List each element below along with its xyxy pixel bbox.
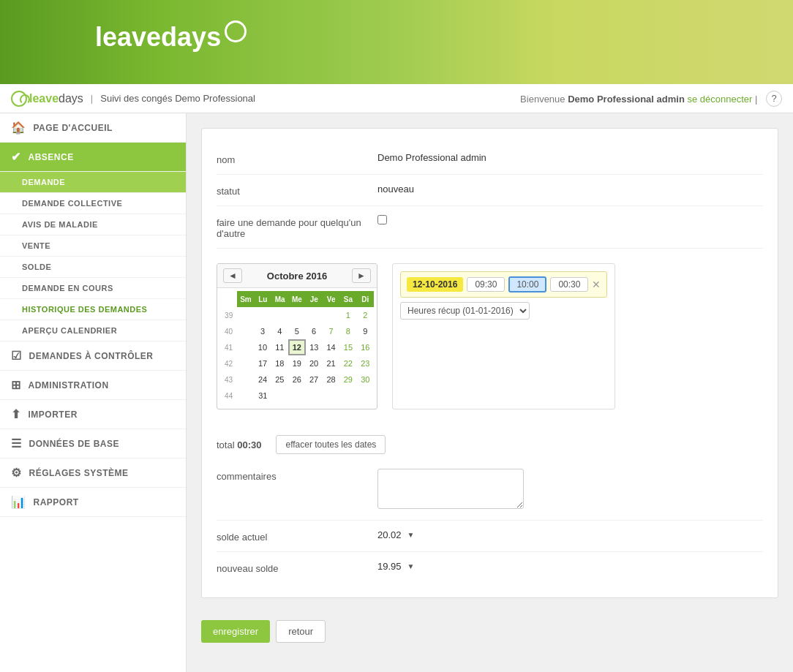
sidebar-item-importer[interactable]: ⬆ IMPORTER — [0, 400, 186, 429]
sidebar-label-absence: ABSENCE — [29, 152, 74, 162]
statut-value: nouveau — [377, 184, 763, 195]
cal-empty — [288, 307, 305, 323]
cal-day-25[interactable]: 25 — [271, 371, 288, 388]
cal-day-15[interactable]: 15 — [339, 339, 356, 355]
grid-icon: ⊞ — [11, 378, 21, 392]
logout-link[interactable]: se déconnecter — [687, 93, 752, 104]
cal-day-2[interactable]: 2 — [356, 307, 374, 323]
sidebar-item-reglages[interactable]: ⚙ RÉGLAGES SYSTÈME — [0, 458, 186, 488]
cal-day-19[interactable]: 19 — [288, 355, 305, 371]
commentaires-value — [377, 469, 763, 511]
cal-day-13[interactable]: 13 — [306, 339, 323, 355]
cal-day-23[interactable]: 23 — [357, 355, 374, 371]
day-header-lu: Lu — [255, 291, 271, 307]
week-40: 40 — [220, 323, 237, 339]
sidebar-label-importer: IMPORTER — [29, 409, 78, 420]
sidebar-item-donnees[interactable]: ☰ DONNÉES DE BASE — [0, 429, 186, 458]
cal-day-16[interactable]: 16 — [357, 339, 374, 355]
cal-day-5[interactable]: 5 — [288, 323, 305, 339]
sidebar-item-administration[interactable]: ⊞ ADMINISTRATION — [0, 371, 186, 400]
logo-normal: leave — [95, 22, 161, 52]
calendar-row-43: 43 24 25 26 27 28 29 30 — [220, 371, 374, 388]
commentaires-textarea[interactable] — [377, 469, 524, 509]
cal-day-12[interactable]: 12 — [288, 339, 306, 355]
cal-day-14[interactable]: 14 — [323, 339, 339, 355]
week-42: 42 — [220, 355, 237, 371]
cal-day-27[interactable]: 27 — [305, 371, 322, 388]
sidebar-item-demande[interactable]: DEMANDE — [0, 172, 186, 193]
solde-actuel-label: solde actuel — [217, 529, 377, 543]
cal-day-20[interactable]: 20 — [305, 355, 322, 371]
clear-dates-button[interactable]: effacer toutes les dates — [276, 435, 386, 454]
calendar-header: ◄ Octobre 2016 ► — [217, 264, 377, 288]
calendar-next-button[interactable]: ► — [352, 268, 371, 283]
calendar-prev-button[interactable]: ◄ — [223, 268, 242, 283]
calendar-row-39: 39 1 2 — [220, 307, 374, 323]
cal-day-11[interactable]: 11 — [271, 339, 288, 355]
sidebar-item-demande-collective[interactable]: DEMANDE COLLECTIVE — [0, 193, 186, 214]
sidebar-item-avis-maladie[interactable]: AVIS DE MALADIE — [0, 214, 186, 235]
cal-empty — [237, 323, 254, 339]
home-icon: 🏠 — [11, 121, 26, 135]
cal-day-1[interactable]: 1 — [339, 307, 357, 323]
cal-day-18[interactable]: 18 — [271, 355, 288, 371]
week-39: 39 — [220, 307, 237, 323]
sidebar-item-demande-en-cours[interactable]: DEMANDE EN COURS — [0, 278, 186, 299]
sidebar-item-controle[interactable]: ☑ DEMANDES À CONTRÔLER — [0, 341, 186, 371]
sidebar-item-historique[interactable]: HISTORIQUE DES DEMANDES — [0, 299, 186, 320]
total-label-text: total — [217, 439, 235, 450]
form-card: nom Demo Professional admin statut nouve… — [201, 128, 778, 598]
sidebar-item-solde[interactable]: SOLDE — [0, 257, 186, 278]
cal-empty — [339, 388, 356, 404]
cal-day-29[interactable]: 29 — [339, 371, 356, 388]
statut-row: statut nouveau — [217, 175, 763, 206]
cal-day-6[interactable]: 6 — [305, 323, 322, 339]
topbar-separator: | — [91, 93, 93, 104]
cal-day-28[interactable]: 28 — [323, 371, 339, 388]
nom-label: nom — [217, 152, 377, 165]
total-row: total 00:30 effacer toutes les dates — [217, 429, 763, 460]
cal-day-7[interactable]: 7 — [323, 323, 339, 339]
sidebar-item-vente[interactable]: VENTE — [0, 235, 186, 257]
type-select-container: Heures récup (01-01-2016) — [400, 302, 607, 320]
help-icon[interactable]: ? — [766, 91, 782, 107]
sidebar-item-apercu[interactable]: APERÇU CALENDRIER — [0, 320, 186, 341]
cal-day-10[interactable]: 10 — [254, 339, 271, 355]
cal-day-30[interactable]: 30 — [357, 371, 374, 388]
autre-checkbox[interactable] — [377, 215, 387, 224]
sidebar-item-rapport[interactable]: 📊 RAPPORT — [0, 488, 186, 517]
cal-day-24[interactable]: 24 — [254, 371, 271, 388]
cal-empty — [237, 307, 254, 323]
close-date-button[interactable]: ✕ — [592, 279, 601, 290]
cal-day-31[interactable]: 31 — [255, 388, 272, 404]
cal-empty — [306, 388, 323, 404]
cal-empty — [237, 388, 254, 404]
duration-input[interactable] — [550, 277, 588, 292]
pipe-sep: | — [755, 93, 760, 104]
cal-day-17[interactable]: 17 — [254, 355, 271, 371]
sidebar-item-accueil[interactable]: 🏠 PAGE D'ACCUEIL — [0, 113, 186, 143]
save-button[interactable]: enregistrer — [201, 620, 270, 643]
cal-day-22[interactable]: 22 — [339, 355, 356, 371]
main-layout: 🏠 PAGE D'ACCUEIL ✔ ABSENCE DEMANDE DEMAN… — [0, 113, 793, 672]
cal-day-26[interactable]: 26 — [288, 371, 305, 388]
chevron-down-icon-2: ▼ — [407, 562, 415, 570]
calendar-row-40: 40 3 4 5 6 7 8 9 — [220, 323, 374, 339]
topbar-logo-circle-icon — [11, 91, 27, 107]
time-end-input[interactable] — [508, 276, 546, 292]
back-button[interactable]: retour — [276, 620, 326, 643]
sidebar-item-absence[interactable]: ✔ ABSENCE — [0, 143, 186, 172]
sidebar-label-donnees: DONNÉES DE BASE — [29, 439, 120, 449]
cal-day-21[interactable]: 21 — [323, 355, 339, 371]
calendar-header-row: Sm Lu Ma Me Je Ve Sa Di — [220, 291, 374, 307]
leave-type-select[interactable]: Heures récup (01-01-2016) — [400, 302, 530, 320]
time-start-input[interactable] — [467, 277, 505, 292]
cal-empty — [288, 388, 305, 404]
cal-day-8[interactable]: 8 — [339, 323, 356, 339]
cal-day-9[interactable]: 9 — [357, 323, 374, 339]
cal-day-3[interactable]: 3 — [254, 323, 271, 339]
calendar-widget: ◄ Octobre 2016 ► Sm Lu Ma Me — [217, 263, 377, 409]
cal-day-4[interactable]: 4 — [271, 323, 288, 339]
cal-empty — [237, 371, 254, 388]
commentaires-label: commentaires — [217, 469, 377, 482]
